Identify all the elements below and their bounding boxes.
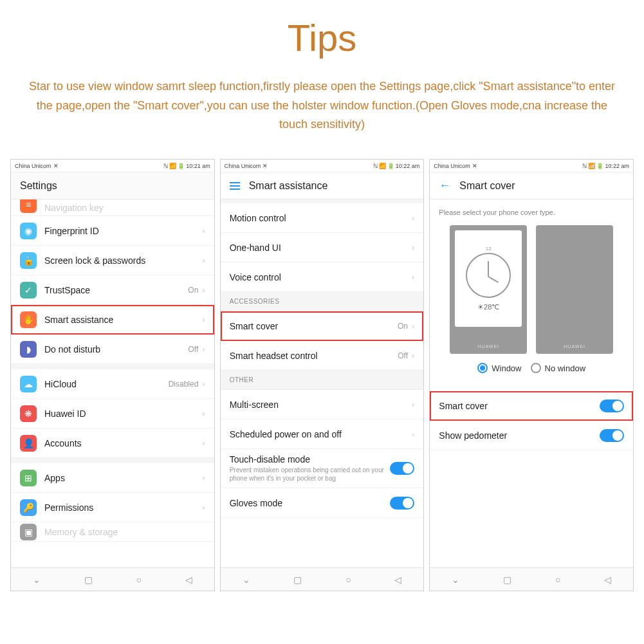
hand-icon: ✋ [20,311,37,328]
list-item[interactable]: 👤Accounts› [11,428,214,458]
cover-option-window[interactable]: 12 ☀28℃ HUAWEI [450,225,527,354]
item-label: Navigation key [44,203,205,213]
temperature: ☀28℃ [477,303,499,311]
status: On [398,322,408,331]
list-item-smart-cover[interactable]: Smart coverOn› [221,311,424,341]
signal-icon: 📶 [379,163,386,169]
item-label: Smart assistance [44,315,202,325]
chevron-right-icon: › [412,243,414,252]
screen-title: Smart cover [459,180,515,192]
list-item[interactable]: Touch-disable modePrevent mistaken opera… [221,449,424,488]
chevron-right-icon: › [202,502,205,512]
page-header: Smart assistance [221,172,424,199]
chevron-right-icon: › [202,255,205,265]
item-label: Huawei ID [44,409,202,419]
list-item[interactable]: ⊞Apps› [11,463,214,493]
item-label: Motion control [230,213,412,223]
back-icon[interactable]: ◁ [394,575,401,585]
toggle-switch[interactable] [390,497,414,510]
description: Star to use view window samrt sleep func… [23,77,621,134]
list-item[interactable]: ❋Huawei ID› [11,399,214,428]
list-item[interactable]: 🔒Screen lock & passwords› [11,246,214,275]
recents-icon[interactable]: ▢ [84,575,93,585]
list-item[interactable]: ◉Fingerprint ID› [11,216,214,246]
list-item[interactable]: Gloves mode [221,488,424,518]
fingerprint-icon: ◉ [20,223,37,239]
item-label: Fingerprint ID [44,226,202,236]
list-item[interactable]: ☁HiCloudDisabled› [11,369,214,399]
status-bar: China Unicom✕ ℕ📶🔋10:22 am [430,160,633,172]
toggle-switch[interactable] [600,429,624,442]
chevron-right-icon: › [412,213,414,223]
recents-icon[interactable]: ▢ [503,575,511,585]
list-item[interactable]: ▣Memory & storage [11,522,214,542]
chevron-right-icon: › [412,272,414,282]
chevron-right-icon: › [412,429,414,439]
chevron-right-icon: › [202,438,205,448]
list-item[interactable]: ◗Do not disturbOff› [11,335,214,364]
item-label: Smart headset control [230,351,398,361]
chevron-right-icon: › [202,285,205,295]
key-icon: 🔑 [20,499,37,516]
clock: 10:22 am [396,163,420,169]
home-icon[interactable]: ○ [555,575,560,585]
toggle-switch[interactable] [600,400,624,412]
chevron-right-icon: › [412,400,414,409]
status: Off [189,345,199,354]
moon-icon: ◗ [20,341,37,358]
list-item[interactable]: Motion control› [221,203,424,233]
toggle-switch[interactable] [390,462,414,475]
list-item[interactable]: Show pedometer [430,421,633,450]
clock: 10:21 am [186,163,210,169]
list-item[interactable]: 🔑Permissions› [11,493,214,522]
back-icon[interactable]: ◁ [604,575,611,585]
list-item[interactable]: One-hand UI› [221,233,424,262]
nav-bar: ⌄ ▢ ○ ◁ [430,567,633,591]
list-item[interactable]: Smart headset controlOff› [221,341,424,371]
item-label: Voice control [230,272,412,282]
chevron-right-icon: › [412,321,414,331]
back-arrow-icon[interactable]: ← [439,179,450,192]
nav-bar: ⌄ ▢ ○ ◁ [221,567,424,591]
clock-icon [466,253,511,298]
clock: 10:22 am [605,163,629,169]
radio-window[interactable]: Window [477,363,521,373]
hint-text: Please select your phone cover type. [439,208,624,216]
mute-icon: ✕ [53,163,59,169]
carrier: China Unicom [225,163,261,169]
chevron-right-icon: › [202,409,205,418]
item-label: HiCloud [44,379,169,389]
brand-label: HUAWEI [450,344,527,349]
page-header: ← Smart cover [430,172,633,199]
list-item[interactable]: Voice control› [221,262,424,292]
item-label: TrustSpace [44,285,188,295]
list-item[interactable]: Scheduled power on and off› [221,419,424,449]
chevron-right-icon: › [202,379,205,389]
home-icon[interactable]: ○ [345,575,351,585]
chevron-right-icon: › [202,473,205,483]
page-title: Tips [13,16,631,59]
chevron-down-icon[interactable]: ⌄ [243,575,250,585]
list-item[interactable]: ≡ Navigation key [11,199,214,216]
chevron-down-icon[interactable]: ⌄ [452,575,459,585]
list-item-smart-assistance[interactable]: ✋Smart assistance› [11,305,214,335]
carrier: China Unicom [15,163,51,169]
page-header: Settings [11,172,214,199]
list-item-smart-cover-toggle[interactable]: Smart cover [430,391,633,421]
nav-key-icon: ≡ [20,199,37,213]
list-item[interactable]: Multi-screen› [221,390,424,419]
radio-no-window[interactable]: No window [531,363,586,373]
cover-option-no-window[interactable]: HUAWEI [536,225,613,354]
item-label: Smart cover [230,321,398,331]
cloud-icon: ☁ [20,376,37,392]
back-icon[interactable]: ◁ [185,575,192,585]
item-label: Apps [44,473,202,483]
recents-icon[interactable]: ▢ [293,575,302,585]
chevron-down-icon[interactable]: ⌄ [33,575,41,585]
menu-icon[interactable] [230,182,240,190]
item-subtitle: Prevent mistaken operations being carrie… [230,466,391,483]
item-label: Smart cover [439,401,600,411]
home-icon[interactable]: ○ [136,575,141,585]
mute-icon: ✕ [472,163,477,169]
list-item[interactable]: ✓TrustSpaceOn› [11,275,214,305]
